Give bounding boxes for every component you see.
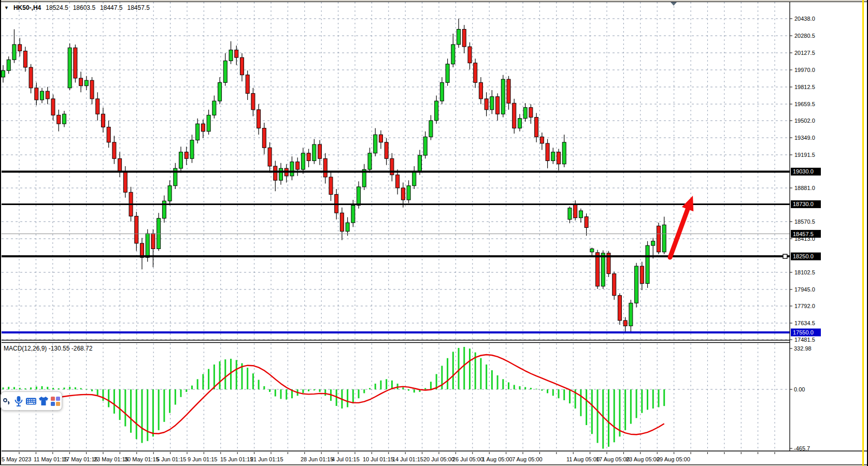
macd-histogram-bar bbox=[47, 387, 48, 389]
time-axis-label: 11 May 01:15 bbox=[34, 456, 68, 462]
candle-body bbox=[485, 99, 488, 110]
macd-histogram-bar bbox=[63, 388, 65, 389]
candle-body bbox=[279, 168, 283, 180]
microphone-icon[interactable] bbox=[13, 395, 24, 407]
candle-body bbox=[585, 217, 588, 228]
candle-body bbox=[18, 45, 22, 51]
candle-body bbox=[490, 97, 494, 110]
macd-histogram-bar bbox=[363, 389, 365, 393]
line-drag-handle[interactable] bbox=[783, 254, 787, 258]
candle-body bbox=[257, 110, 261, 128]
macd-histogram-bar bbox=[652, 389, 654, 409]
macd-histogram-bar bbox=[541, 389, 543, 390]
candle-body bbox=[290, 162, 294, 176]
macd-histogram-bar bbox=[175, 389, 176, 405]
candle-body bbox=[35, 88, 38, 100]
macd-histogram-bar bbox=[630, 389, 632, 424]
candle-body bbox=[68, 48, 72, 88]
time-axis-label: 10 Jul 01:15 bbox=[363, 456, 394, 462]
macd-histogram-bar bbox=[197, 379, 198, 389]
candle-body bbox=[318, 144, 322, 158]
clothing-icon[interactable] bbox=[38, 395, 49, 407]
macd-histogram-bar bbox=[586, 389, 587, 425]
macd-histogram-bar bbox=[52, 388, 54, 389]
price-label-text: 19030.0 bbox=[793, 168, 814, 174]
time-axis-label: 11 Aug 05:00 bbox=[566, 456, 600, 462]
time-axis-label: 23 May 01:15 bbox=[94, 456, 129, 462]
candle-body bbox=[429, 121, 433, 137]
trend-arrow-shaft[interactable] bbox=[670, 209, 688, 257]
candle-body bbox=[7, 60, 10, 70]
macd-histogram-bar bbox=[608, 389, 609, 447]
price-label-text: 18457.5 bbox=[793, 231, 814, 237]
candle-body bbox=[96, 99, 99, 114]
candle-body bbox=[507, 79, 510, 103]
macd-histogram-bar bbox=[536, 389, 537, 389]
macd-histogram-bar bbox=[36, 387, 37, 389]
candle-body bbox=[551, 152, 555, 161]
candle-body bbox=[368, 153, 372, 169]
candle-body bbox=[246, 75, 249, 94]
keyboard-icon[interactable] bbox=[25, 395, 37, 407]
macd-indicator-label: MACD(12,26,9) -130.55 -268.72 bbox=[4, 345, 92, 352]
price-tick-label: 19970.0 bbox=[794, 67, 815, 73]
macd-histogram-bar bbox=[286, 389, 287, 400]
candle-body bbox=[112, 142, 116, 158]
chevron-down-icon[interactable]: ▼ bbox=[4, 5, 9, 10]
time-axis-label: 15 Jun 01:15 bbox=[220, 456, 253, 462]
macd-histogram-bar bbox=[641, 389, 643, 413]
price-tick-label: 19191.5 bbox=[794, 152, 815, 158]
macd-histogram-bar bbox=[141, 389, 143, 443]
candle-body bbox=[12, 45, 16, 60]
candle-body bbox=[379, 135, 382, 142]
macd-histogram-bar bbox=[514, 385, 515, 389]
macd-histogram-bar bbox=[352, 389, 354, 403]
time-axis-label: 23 Aug 05:00 bbox=[626, 456, 660, 462]
macd-histogram-bar bbox=[80, 388, 82, 389]
candle-body bbox=[423, 137, 427, 155]
price-tick-label: 17945.0 bbox=[794, 286, 815, 293]
low-value: 18447.5 bbox=[100, 4, 122, 11]
macd-histogram-bar bbox=[158, 389, 160, 430]
macd-histogram-bar bbox=[275, 389, 276, 397]
candle-body bbox=[468, 47, 472, 63]
macd-histogram-bar bbox=[358, 389, 360, 398]
macd-histogram-bar bbox=[508, 382, 509, 389]
candle-body bbox=[218, 82, 222, 101]
candle-body bbox=[207, 115, 210, 131]
macd-histogram-bar bbox=[30, 387, 32, 389]
time-axis-label: 5 Jun 01:15 bbox=[156, 456, 187, 462]
candle-body bbox=[374, 135, 377, 153]
candle-body bbox=[412, 171, 416, 185]
price-tick-label: 19502.0 bbox=[794, 118, 815, 124]
macd-histogram-bar bbox=[569, 389, 571, 403]
macd-histogram-bar bbox=[208, 369, 209, 389]
macd-histogram-bar bbox=[119, 389, 121, 420]
ime-toolbar-popup[interactable] bbox=[1, 391, 62, 411]
macd-tick-label: 332.98 bbox=[794, 345, 812, 352]
candle-body bbox=[184, 152, 188, 159]
macd-histogram-bar bbox=[614, 389, 615, 442]
candle-body bbox=[451, 45, 455, 64]
macd-histogram-bar bbox=[491, 370, 493, 389]
candle-body bbox=[518, 119, 521, 128]
candle-body bbox=[62, 114, 66, 124]
time-axis-label: 29 Aug 05:00 bbox=[657, 456, 690, 462]
candle-body bbox=[251, 93, 255, 109]
sticker-grid-icon[interactable] bbox=[50, 395, 61, 407]
macd-histogram-bar bbox=[113, 389, 115, 414]
macd-histogram-bar bbox=[414, 389, 415, 392]
ask-line-edge bbox=[862, 0, 864, 466]
candle-body bbox=[268, 148, 272, 166]
candle-body bbox=[618, 296, 621, 321]
candle-body bbox=[657, 226, 660, 252]
price-label-text: 18250.0 bbox=[793, 253, 814, 259]
macd-histogram-bar bbox=[386, 379, 387, 389]
ink-comma-icon[interactable] bbox=[2, 395, 12, 407]
price-tick-label: 17481.5 bbox=[794, 337, 815, 343]
price-tick-label: 17634.5 bbox=[794, 320, 815, 326]
candle-body bbox=[46, 91, 49, 99]
chart-shift-marker-icon[interactable] bbox=[671, 2, 677, 6]
macd-histogram-bar bbox=[147, 389, 148, 441]
macd-histogram-bar bbox=[3, 387, 4, 389]
